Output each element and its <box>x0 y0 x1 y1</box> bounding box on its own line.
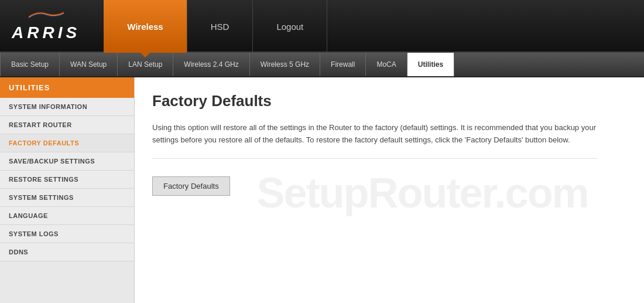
tab-wireless-24[interactable]: Wireless 2.4 GHz <box>173 53 249 76</box>
factory-defaults-button[interactable]: Factory Defaults <box>152 176 230 196</box>
sidebar-item-factory-defaults[interactable]: FACTORY DEFAULTS <box>0 134 134 152</box>
sidebar-item-restart-router[interactable]: RESTART ROUTER <box>0 116 134 134</box>
main-content: UTILITIES SYSTEM INFORMATION RESTART ROU… <box>0 77 644 303</box>
watermark: SetupRouter.com <box>257 169 588 217</box>
tab-moca[interactable]: MoCA <box>366 53 407 76</box>
sidebar-item-ddns[interactable]: DDNS <box>0 243 134 261</box>
top-nav-items: Wireless HSD Logout <box>104 0 327 52</box>
sidebar-item-restore-settings[interactable]: RESTORE SETTINGS <box>0 171 134 189</box>
tab-firewall[interactable]: Firewall <box>320 53 366 76</box>
sidebar-item-system-information[interactable]: SYSTEM INFORMATION <box>0 98 134 116</box>
tab-basic-setup[interactable]: Basic Setup <box>0 53 60 76</box>
tab-wan-setup[interactable]: WAN Setup <box>60 53 118 76</box>
tab-wireless-5[interactable]: Wireless 5 GHz <box>250 53 320 76</box>
top-navigation: ARRIS Wireless HSD Logout <box>0 0 644 53</box>
content-area: SetupRouter.com Factory Defaults Using t… <box>135 77 644 303</box>
content-description: Using this option will restore all of th… <box>152 122 597 159</box>
brand-name: ARRIS <box>12 23 80 42</box>
sidebar-item-system-logs[interactable]: SYSTEM LOGS <box>0 225 134 243</box>
page-title: Factory Defaults <box>152 92 626 110</box>
sidebar-item-save-backup-settings[interactable]: SAVE/BACKUP SETTINGS <box>0 152 134 171</box>
logo-area: ARRIS <box>12 9 80 42</box>
sidebar-header: UTILITIES <box>0 77 134 98</box>
second-navigation: Basic Setup WAN Setup LAN Setup Wireless… <box>0 53 644 77</box>
sidebar: UTILITIES SYSTEM INFORMATION RESTART ROU… <box>0 77 135 303</box>
tab-utilities[interactable]: Utilities <box>407 53 454 76</box>
top-nav-logout[interactable]: Logout <box>253 0 327 53</box>
sidebar-item-language[interactable]: LANGUAGE <box>0 207 134 225</box>
top-nav-wireless[interactable]: Wireless <box>104 0 187 53</box>
sidebar-item-system-settings[interactable]: SYSTEM SETTINGS <box>0 189 134 207</box>
top-nav-hsd[interactable]: HSD <box>187 0 254 53</box>
arris-swoosh-icon <box>29 9 64 21</box>
